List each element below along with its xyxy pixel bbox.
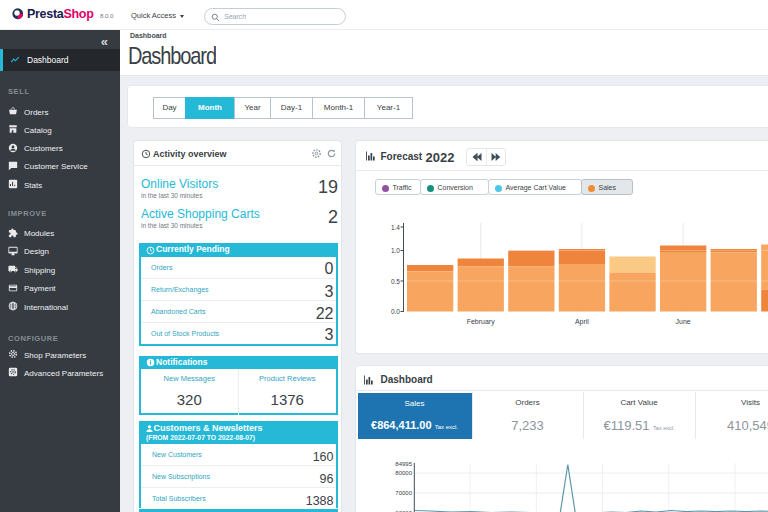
svg-text:80000: 80000 bbox=[395, 471, 412, 477]
svg-text:1.0: 1.0 bbox=[390, 247, 399, 254]
svg-text:84995: 84995 bbox=[395, 461, 412, 467]
svg-text:February: February bbox=[466, 318, 495, 326]
svg-text:0.0: 0.0 bbox=[390, 308, 399, 315]
svg-text:70000: 70000 bbox=[395, 491, 412, 497]
svg-text:0.5: 0.5 bbox=[390, 278, 399, 285]
svg-text:June: June bbox=[675, 318, 690, 325]
svg-text:April: April bbox=[574, 318, 588, 326]
svg-text:1.4: 1.4 bbox=[390, 224, 399, 231]
